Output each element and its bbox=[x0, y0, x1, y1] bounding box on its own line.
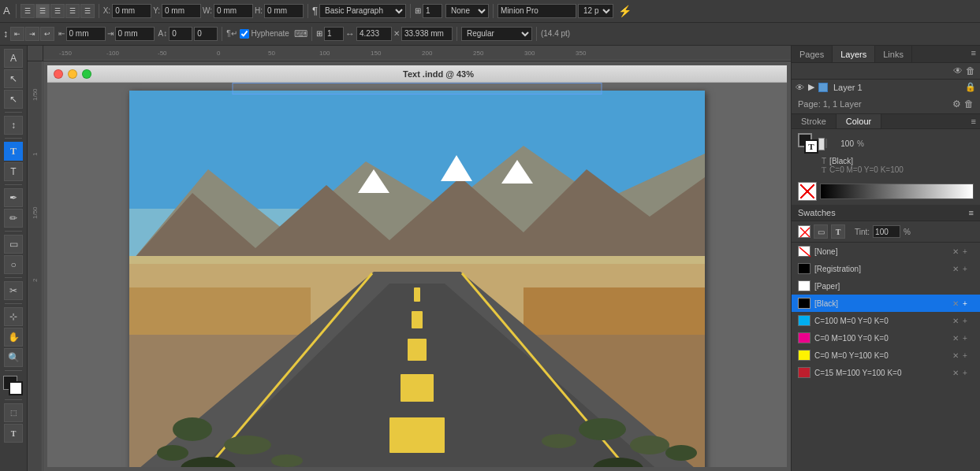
page-settings-icon[interactable]: ⚙ bbox=[952, 98, 961, 109]
swatch-magenta[interactable]: C=0 M=100 Y=0 K=0 ✕ + bbox=[792, 329, 980, 347]
swatch-text-btn[interactable]: T bbox=[831, 224, 845, 239]
gradient-bar[interactable] bbox=[820, 184, 974, 199]
delete-layer-icon[interactable]: 🗑 bbox=[966, 65, 975, 76]
tool-zoom[interactable]: 🔍 bbox=[4, 348, 23, 367]
layer-expand-icon[interactable]: ▶ bbox=[808, 82, 814, 92]
tool-type[interactable]: T bbox=[4, 142, 23, 161]
swatch-stroke-icon[interactable] bbox=[798, 225, 810, 238]
swatch-none-add[interactable]: + bbox=[963, 247, 974, 256]
swatch-cyan[interactable]: C=100 M=0 Y=0 K=0 ✕ + bbox=[792, 312, 980, 329]
swatch-none-x[interactable]: ✕ bbox=[950, 247, 961, 256]
tool-free-transform[interactable]: ⊹ bbox=[4, 307, 23, 326]
swatches-menu-btn[interactable]: ≡ bbox=[969, 208, 974, 217]
align-right-btn[interactable]: ☰ bbox=[50, 4, 65, 18]
w-input[interactable]: 0 mm bbox=[214, 4, 253, 18]
swatch-yellow[interactable]: C=0 M=0 Y=100 K=0 ✕ + bbox=[792, 347, 980, 364]
font-input[interactable]: Minion Pro bbox=[497, 4, 576, 18]
hyphenate-checkbox[interactable] bbox=[240, 29, 249, 39]
tool-frame-text[interactable]: ⬚ bbox=[4, 403, 23, 422]
sc-menu-btn[interactable]: ≡ bbox=[967, 114, 980, 128]
swatch-fill-btn[interactable]: ▭ bbox=[814, 224, 828, 239]
align-center-btn[interactable]: ☰ bbox=[35, 4, 50, 18]
font-style-dropdown[interactable]: Regular bbox=[461, 27, 532, 41]
swatch-custom1-add[interactable]: + bbox=[963, 369, 974, 377]
swatch-black-add[interactable]: + bbox=[963, 299, 974, 308]
tool-scissors[interactable]: ✂ bbox=[4, 281, 23, 300]
colour-sliders: 100 % bbox=[825, 139, 864, 148]
column-spacing-dropdown[interactable]: None bbox=[445, 4, 489, 18]
swatch-none[interactable]: [None] ✕ + bbox=[792, 243, 980, 260]
indent-right-btn[interactable]: ⇥ bbox=[25, 27, 39, 41]
show-all-icon[interactable]: 👁 bbox=[953, 65, 963, 76]
align-justify-all-btn[interactable]: ☰ bbox=[80, 4, 95, 18]
align-left-btn[interactable]: ☰ bbox=[20, 4, 35, 18]
swatch-magenta-add[interactable]: + bbox=[963, 334, 974, 343]
swatch-cyan-x[interactable]: ✕ bbox=[950, 317, 961, 325]
outdent-btn[interactable]: ↩ bbox=[40, 27, 54, 41]
tool-select[interactable]: A bbox=[4, 49, 23, 68]
swatch-paper[interactable]: [Paper] bbox=[792, 277, 980, 295]
swatch-yellow-add[interactable]: + bbox=[963, 351, 974, 360]
ruler-left: 1/50 1 1/50 2 bbox=[28, 61, 43, 471]
tab-pages[interactable]: Pages bbox=[792, 46, 833, 62]
indent-left-btn[interactable]: ⇤ bbox=[10, 27, 24, 41]
swatch-black[interactable]: [Black] ✕ + bbox=[792, 295, 980, 312]
baseline-input[interactable]: 33.938 mm bbox=[401, 27, 453, 41]
swatch-magenta-name: C=0 M=100 Y=0 K=0 bbox=[814, 334, 946, 343]
layer-eye-icon[interactable]: 👁 bbox=[796, 83, 804, 92]
panel-menu-btn[interactable]: ≡ bbox=[967, 46, 980, 62]
y-input[interactable]: 0 mm bbox=[162, 4, 201, 18]
tool-pen[interactable]: ✒ bbox=[4, 188, 23, 207]
tab-layers[interactable]: Layers bbox=[833, 46, 875, 62]
tool-direct-select[interactable]: ↖ bbox=[4, 69, 23, 88]
tool-type-bottom[interactable]: T bbox=[4, 424, 23, 443]
font-size-dropdown[interactable]: 12 pt bbox=[578, 4, 613, 18]
swatch-reg-add[interactable]: + bbox=[963, 265, 974, 273]
h-input[interactable]: 0 mm bbox=[264, 4, 304, 18]
window-close-btn[interactable] bbox=[54, 69, 63, 79]
layer-1-item[interactable]: 👁 ▶ Layer 1 🔒 bbox=[792, 80, 980, 95]
tool-ellipse[interactable]: ○ bbox=[4, 255, 23, 274]
layer-lock-icon[interactable]: 🔒 bbox=[965, 82, 976, 92]
swatch-cyan-add[interactable]: + bbox=[963, 317, 974, 325]
tint-percent: % bbox=[904, 228, 911, 236]
swatch-yellow-x[interactable]: ✕ bbox=[950, 351, 961, 360]
tool-rect[interactable]: ▭ bbox=[4, 235, 23, 254]
svg-text:-150: -150 bbox=[59, 50, 73, 57]
window-maximize-btn[interactable] bbox=[82, 69, 91, 79]
swatch-black-x[interactable]: ✕ bbox=[950, 299, 961, 308]
columns2-input[interactable] bbox=[324, 27, 344, 41]
stroke-color-box[interactable]: T bbox=[804, 139, 818, 154]
tool-page[interactable]: ↖ bbox=[4, 90, 23, 109]
paragraph-style-dropdown[interactable]: Basic Paragraph bbox=[319, 4, 406, 18]
swatch-reg-x[interactable]: ✕ bbox=[950, 265, 961, 273]
swatch-custom1-x[interactable]: ✕ bbox=[950, 369, 961, 377]
window-minimize-btn[interactable] bbox=[68, 69, 77, 79]
page-delete-icon[interactable]: 🗑 bbox=[964, 98, 974, 109]
x-input[interactable]: 0 mm bbox=[112, 4, 151, 18]
stroke-none-icon[interactable] bbox=[798, 182, 817, 201]
columns-icon: ⊞ bbox=[415, 6, 421, 15]
y-label: Y: bbox=[153, 6, 160, 15]
tint-input[interactable]: 100 bbox=[873, 225, 900, 238]
indent2-input[interactable] bbox=[115, 27, 155, 41]
swatch-magenta-x[interactable]: ✕ bbox=[950, 334, 961, 343]
stroke-box[interactable] bbox=[9, 381, 23, 395]
tab-links[interactable]: Links bbox=[875, 46, 912, 62]
align-justify-btn[interactable]: ☰ bbox=[65, 4, 80, 18]
space-before-input[interactable] bbox=[169, 27, 192, 41]
colour-slider[interactable] bbox=[825, 139, 827, 148]
swatch-registration[interactable]: [Registration] ✕ + bbox=[792, 260, 980, 277]
columns-input[interactable] bbox=[423, 4, 442, 18]
tool-pencil[interactable]: ✏ bbox=[4, 209, 23, 228]
tool-hand[interactable]: ✋ bbox=[4, 328, 23, 347]
tab-colour[interactable]: Colour bbox=[837, 114, 881, 128]
indent-input[interactable]: 0 mm bbox=[66, 27, 106, 41]
swatch-custom1[interactable]: C=15 M=100 Y=100 K=0 ✕ + bbox=[792, 364, 980, 381]
space-after-input[interactable] bbox=[194, 27, 218, 41]
tracking-input[interactable]: 4.233 bbox=[356, 27, 392, 41]
tool-type-vertical[interactable]: T bbox=[4, 162, 23, 181]
text-frame[interactable] bbox=[233, 83, 602, 95]
tab-stroke[interactable]: Stroke bbox=[792, 114, 837, 128]
tool-gap[interactable]: ↕ bbox=[4, 116, 23, 135]
